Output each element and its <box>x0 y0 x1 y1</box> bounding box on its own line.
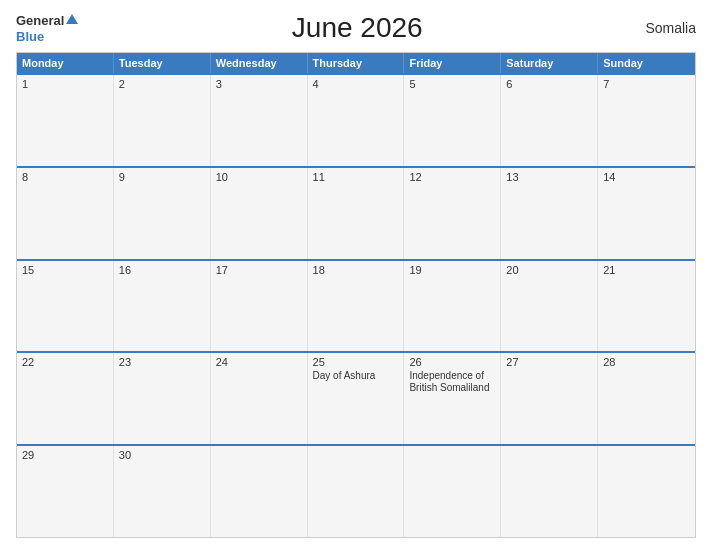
table-row: 9 <box>114 168 211 259</box>
weekday-wednesday: Wednesday <box>211 53 308 73</box>
table-row: 6 <box>501 75 598 166</box>
table-row: 27 <box>501 353 598 444</box>
logo-triangle-icon <box>66 14 78 24</box>
table-row: 7 <box>598 75 695 166</box>
table-row: 8 <box>17 168 114 259</box>
table-row <box>501 446 598 537</box>
calendar-title: June 2026 <box>78 12 636 44</box>
logo-blue-text: Blue <box>16 29 44 44</box>
weekday-sunday: Sunday <box>598 53 695 73</box>
table-row: 16 <box>114 261 211 352</box>
weekday-tuesday: Tuesday <box>114 53 211 73</box>
calendar-row-5: 29 30 <box>17 444 695 537</box>
calendar-row-3: 15 16 17 18 19 20 21 <box>17 259 695 352</box>
table-row: 11 <box>308 168 405 259</box>
table-row: 20 <box>501 261 598 352</box>
table-row: 23 <box>114 353 211 444</box>
table-row: 4 <box>308 75 405 166</box>
calendar-body: 1 2 3 4 5 6 7 8 9 10 11 12 13 14 15 <box>17 73 695 537</box>
table-row: 2 <box>114 75 211 166</box>
logo-top: General <box>16 12 78 28</box>
table-row <box>308 446 405 537</box>
table-row: 1 <box>17 75 114 166</box>
table-row: 15 <box>17 261 114 352</box>
calendar-row-4: 22 23 24 25 Day of Ashura 26 Independenc… <box>17 351 695 444</box>
table-row: 14 <box>598 168 695 259</box>
table-row: 5 <box>404 75 501 166</box>
calendar-row-1: 1 2 3 4 5 6 7 <box>17 73 695 166</box>
weekday-monday: Monday <box>17 53 114 73</box>
calendar: Monday Tuesday Wednesday Thursday Friday… <box>16 52 696 538</box>
table-row: 18 <box>308 261 405 352</box>
event-independence-british-somaliland: Independence of British Somaliland <box>409 370 495 394</box>
table-row <box>598 446 695 537</box>
table-row: 12 <box>404 168 501 259</box>
weekday-thursday: Thursday <box>308 53 405 73</box>
table-row: 13 <box>501 168 598 259</box>
weekday-saturday: Saturday <box>501 53 598 73</box>
page: General Blue June 2026 Somalia Monday Tu… <box>0 0 712 550</box>
table-row: 29 <box>17 446 114 537</box>
logo-bottom: Blue <box>16 28 44 44</box>
table-row <box>404 446 501 537</box>
country-label: Somalia <box>636 20 696 36</box>
event-day-of-ashura: Day of Ashura <box>313 370 399 382</box>
table-row: 26 Independence of British Somaliland <box>404 353 501 444</box>
table-row: 30 <box>114 446 211 537</box>
table-row: 17 <box>211 261 308 352</box>
calendar-row-2: 8 9 10 11 12 13 14 <box>17 166 695 259</box>
table-row: 19 <box>404 261 501 352</box>
table-row: 22 <box>17 353 114 444</box>
logo: General Blue <box>16 12 78 44</box>
table-row: 21 <box>598 261 695 352</box>
table-row <box>211 446 308 537</box>
table-row: 3 <box>211 75 308 166</box>
table-row: 10 <box>211 168 308 259</box>
table-row: 28 <box>598 353 695 444</box>
calendar-header: Monday Tuesday Wednesday Thursday Friday… <box>17 53 695 73</box>
header: General Blue June 2026 Somalia <box>16 12 696 44</box>
logo-general-text: General <box>16 13 64 28</box>
weekday-friday: Friday <box>404 53 501 73</box>
table-row: 24 <box>211 353 308 444</box>
table-row: 25 Day of Ashura <box>308 353 405 444</box>
